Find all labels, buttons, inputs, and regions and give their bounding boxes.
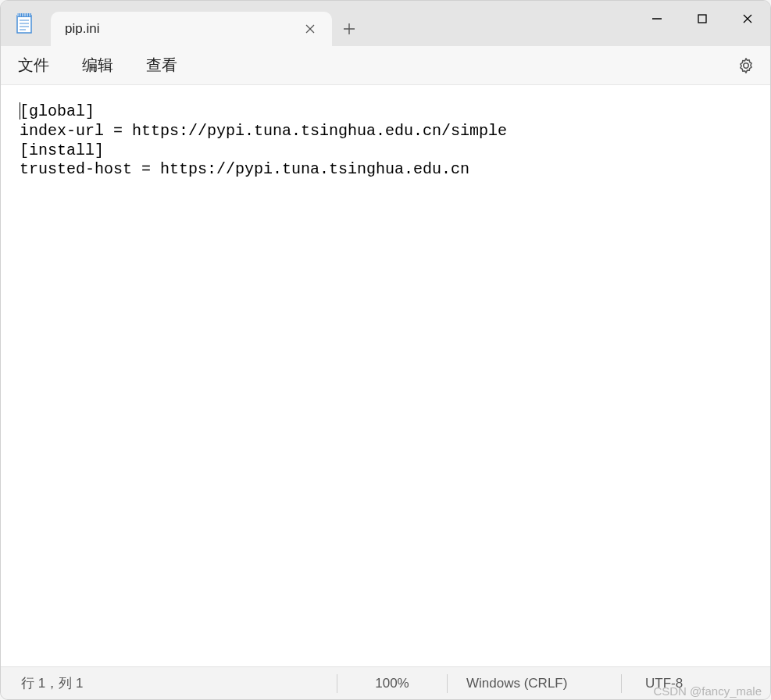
maximize-button[interactable] bbox=[680, 1, 725, 37]
menu-edit[interactable]: 编辑 bbox=[82, 55, 113, 76]
document-tab[interactable]: pip.ini bbox=[51, 12, 332, 46]
status-line-ending[interactable]: Windows (CRLF) bbox=[448, 676, 621, 691]
statusbar: 行 1，列 1 100% Windows (CRLF) UTF-8 bbox=[1, 666, 770, 699]
menu-view[interactable]: 查看 bbox=[146, 55, 177, 76]
status-cursor-position: 行 1，列 1 bbox=[1, 674, 337, 692]
minimize-button[interactable] bbox=[634, 1, 680, 37]
svg-rect-17 bbox=[698, 15, 706, 23]
svg-rect-1 bbox=[17, 13, 31, 17]
app-window: pip.ini bbox=[0, 0, 771, 700]
status-zoom[interactable]: 100% bbox=[337, 676, 447, 691]
notepad-app-icon bbox=[15, 14, 34, 33]
text-cursor bbox=[20, 102, 20, 120]
menu-file[interactable]: 文件 bbox=[18, 55, 49, 76]
text-editor[interactable]: [global] index-url = https://pypi.tuna.t… bbox=[1, 85, 770, 666]
status-encoding[interactable]: UTF-8 bbox=[622, 676, 770, 691]
svg-rect-0 bbox=[17, 16, 31, 33]
menubar: 文件 编辑 查看 bbox=[1, 46, 770, 85]
settings-button[interactable] bbox=[737, 57, 755, 74]
editor-content: [global] index-url = https://pypi.tuna.t… bbox=[20, 102, 507, 178]
window-controls bbox=[634, 1, 770, 37]
new-tab-button[interactable] bbox=[332, 12, 366, 46]
titlebar: pip.ini bbox=[1, 1, 770, 46]
close-window-button[interactable] bbox=[725, 1, 770, 37]
tab-title: pip.ini bbox=[65, 21, 302, 37]
close-tab-icon[interactable] bbox=[302, 21, 318, 37]
